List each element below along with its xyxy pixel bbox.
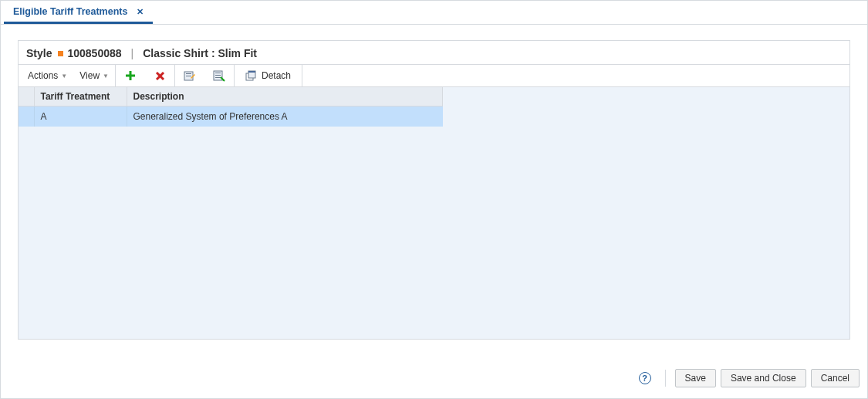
page-root: Eligible Tariff Treatments ✕ Style 10085… — [0, 0, 868, 399]
chevron-down-icon: ▼ — [61, 73, 67, 79]
actions-menu[interactable]: Actions ▼ — [19, 65, 73, 86]
column-header-description[interactable]: Description — [127, 87, 443, 107]
save-button[interactable]: Save — [675, 369, 716, 387]
help-glyph: ? — [642, 374, 647, 383]
view-label: View — [79, 70, 100, 81]
style-code: 100850088 — [67, 47, 121, 59]
cell-description: Generalized System of Preferences A — [127, 107, 443, 127]
actions-label: Actions — [28, 70, 58, 81]
selection-column-header — [19, 87, 34, 107]
product-name: Classic Shirt : Slim Fit — [143, 47, 257, 59]
close-icon[interactable]: ✕ — [137, 7, 144, 17]
table-container: Tariff Treatment Description A Generaliz… — [19, 87, 849, 339]
delete-button[interactable] — [145, 65, 174, 86]
svg-rect-8 — [215, 73, 221, 73]
svg-rect-10 — [215, 77, 221, 78]
dirty-marker-icon — [58, 51, 63, 56]
save-and-close-button[interactable]: Save and Close — [721, 369, 806, 387]
cell-tariff-treatment: A — [34, 107, 127, 127]
svg-rect-9 — [215, 75, 221, 76]
view-menu[interactable]: View ▼ — [73, 65, 115, 86]
svg-rect-14 — [248, 71, 255, 73]
toolbar: Actions ▼ View ▼ — [19, 64, 849, 87]
style-label: Style — [26, 47, 52, 59]
edit-button[interactable] — [175, 65, 204, 86]
detach-icon — [245, 70, 257, 82]
tab-strip-divider — [1, 24, 867, 25]
add-button[interactable] — [116, 65, 145, 86]
footer-actions: ? Save Save and Close Cancel — [639, 369, 860, 387]
svg-rect-5 — [186, 73, 191, 74]
svg-rect-1 — [126, 75, 135, 77]
column-header-tariff-treatment[interactable]: Tariff Treatment — [34, 87, 127, 107]
svg-rect-6 — [186, 76, 191, 76]
tab-eligible-tariff-treatments[interactable]: Eligible Tariff Treatments ✕ — [4, 2, 153, 24]
content-panel: Style 100850088 | Classic Shirt : Slim F… — [18, 40, 850, 340]
panel-title: Style 100850088 | Classic Shirt : Slim F… — [19, 41, 849, 64]
detach-label: Detach — [262, 70, 291, 81]
title-separator: | — [128, 47, 137, 59]
chevron-down-icon: ▼ — [103, 73, 109, 79]
plus-icon — [125, 70, 136, 81]
footer-divider — [665, 370, 666, 387]
tab-bar: Eligible Tariff Treatments ✕ — [1, 1, 867, 24]
detach-button[interactable]: Detach — [235, 65, 302, 86]
query-icon — [213, 69, 225, 82]
row-selection-handle[interactable] — [19, 107, 34, 127]
table-row[interactable]: A Generalized System of Preferences A — [19, 107, 443, 127]
table-header-row: Tariff Treatment Description — [19, 87, 443, 107]
query-button[interactable] — [204, 65, 234, 86]
tab-label: Eligible Tariff Treatments — [13, 6, 127, 17]
help-icon[interactable]: ? — [639, 372, 651, 384]
cancel-button[interactable]: Cancel — [811, 369, 860, 387]
x-icon — [155, 71, 165, 81]
tariff-table: Tariff Treatment Description A Generaliz… — [19, 87, 443, 127]
edit-icon — [184, 69, 196, 82]
